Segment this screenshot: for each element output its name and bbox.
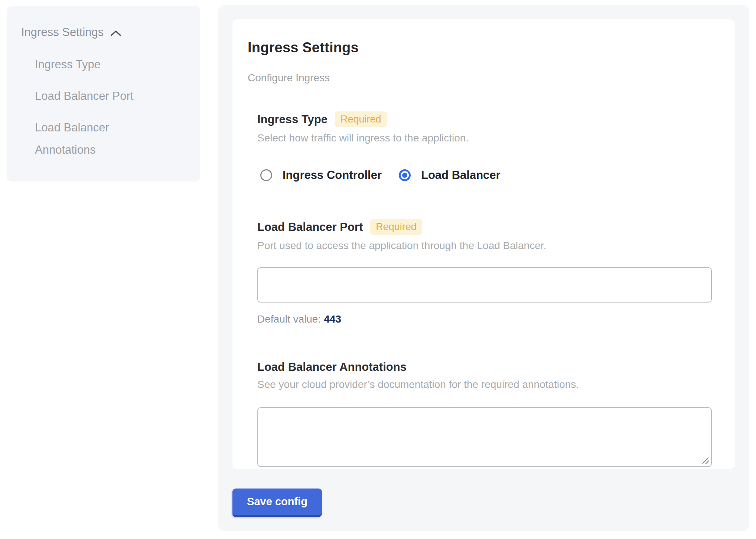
required-badge: Required — [335, 111, 387, 127]
load-balancer-port-input[interactable] — [257, 267, 712, 303]
sidebar-item-load-balancer-annotations[interactable]: Load Balancer Annotations — [35, 117, 150, 161]
chevron-up-icon[interactable] — [110, 30, 121, 36]
sidebar-section-title: Ingress Settings — [21, 25, 104, 39]
radio-circle-icon[interactable] — [399, 169, 411, 181]
default-value-label: Default value: — [257, 313, 321, 325]
field-label-ingress-type: Ingress Type — [257, 113, 328, 126]
fields-container: Ingress Type Required Select how traffic… — [257, 111, 717, 467]
radio-dot — [402, 173, 407, 178]
field-label-load-balancer-annotations: Load Balancer Annotations — [257, 360, 407, 374]
field-description-load-balancer-annotations: See your cloud provider’s documentation … — [257, 379, 717, 391]
field-description-ingress-type: Select how traffic will ingress to the a… — [257, 132, 717, 144]
page-subtitle: Configure Ingress — [248, 72, 717, 84]
page-title: Ingress Settings — [248, 40, 717, 56]
main-panel: Ingress Settings Configure Ingress Ingre… — [218, 5, 749, 531]
load-balancer-annotations-textarea[interactable] — [257, 407, 712, 467]
field-description-load-balancer-port: Port used to access the application thro… — [257, 240, 717, 252]
required-badge: Required — [370, 219, 422, 235]
field-ingress-type: Ingress Type Required Select how traffic… — [257, 111, 717, 182]
default-value-helper: Default value:443 — [257, 313, 717, 325]
default-value-number: 443 — [324, 313, 341, 325]
ingress-type-radio-group: Ingress Controller Load Balancer — [260, 169, 717, 182]
sidebar: Ingress Settings Ingress Type Load Balan… — [7, 6, 200, 182]
radio-circle-icon[interactable] — [260, 169, 272, 181]
field-label-load-balancer-port: Load Balancer Port — [257, 220, 363, 234]
radio-label-ingress-controller[interactable]: Ingress Controller — [283, 169, 382, 182]
sidebar-section-toggle[interactable]: Ingress Settings — [21, 25, 189, 39]
radio-load-balancer[interactable]: Load Balancer — [399, 169, 501, 182]
radio-label-load-balancer[interactable]: Load Balancer — [421, 169, 501, 182]
resize-grip-icon[interactable] — [701, 456, 710, 465]
ingress-settings-card: Ingress Settings Configure Ingress Ingre… — [232, 19, 735, 469]
field-load-balancer-port: Load Balancer Port Required Port used to… — [257, 219, 717, 325]
field-load-balancer-annotations: Load Balancer Annotations See your cloud… — [257, 360, 717, 467]
sidebar-item-load-balancer-port[interactable]: Load Balancer Port — [35, 85, 150, 107]
sidebar-nav: Ingress Type Load Balancer Port Load Bal… — [35, 53, 189, 161]
radio-ingress-controller[interactable]: Ingress Controller — [260, 169, 382, 182]
sidebar-item-ingress-type[interactable]: Ingress Type — [35, 53, 150, 76]
save-config-button[interactable]: Save config — [232, 489, 322, 517]
